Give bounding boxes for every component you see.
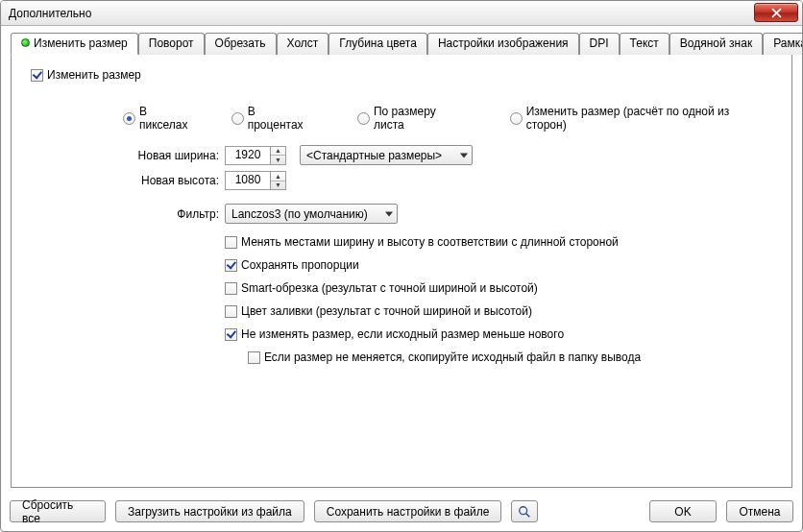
tab-text[interactable]: Текст xyxy=(620,33,669,55)
save-label: Сохранить настройки в файле xyxy=(327,505,490,519)
close-button[interactable] xyxy=(754,3,798,22)
tab-resize[interactable]: Изменить размер xyxy=(11,33,138,55)
opt-noupscale-row[interactable]: Не изменять размер, если исходный размер… xyxy=(225,327,772,341)
tab-label: Обрезать xyxy=(215,36,266,50)
size-form: Новая ширина: 1920 ▲▼ <Стандартные разме… xyxy=(123,145,772,224)
height-spinner[interactable]: ▲▼ xyxy=(271,171,286,190)
tab-label: Изменить размер xyxy=(34,36,128,50)
tab-rotate[interactable]: Поворот xyxy=(138,33,205,55)
opt-aspect-checkbox[interactable] xyxy=(225,259,237,272)
mode-byside-row[interactable]: Изменить размер (расчёт по одной из стор… xyxy=(510,105,745,132)
tab-crop[interactable]: Обрезать xyxy=(205,33,277,55)
std-sizes-value: <Стандартные размеры> xyxy=(306,149,442,162)
mode-pixels-radio[interactable] xyxy=(123,112,135,125)
magnifier-icon xyxy=(518,505,531,519)
active-indicator-icon xyxy=(21,38,30,47)
mode-page-row[interactable]: По размеру листа xyxy=(357,105,458,132)
tab-label: Холст xyxy=(287,36,319,50)
tab-pane-resize: Изменить размер В пикселах В процентах П… xyxy=(11,54,792,488)
opt-smartcrop-label: Smart-обрезка (результат с точной ширино… xyxy=(241,281,538,295)
opt-fillcolor-checkbox[interactable] xyxy=(225,305,237,318)
width-row: Новая ширина: 1920 ▲▼ <Стандартные разме… xyxy=(123,145,772,165)
opt-aspect-label: Сохранять пропорции xyxy=(241,258,359,272)
tab-label: Водяной знак xyxy=(680,36,752,50)
height-row: Новая высота: 1080 ▲▼ xyxy=(123,171,772,190)
opt-aspect-row[interactable]: Сохранять пропорции xyxy=(225,258,772,272)
opt-smartcrop-checkbox[interactable] xyxy=(225,282,237,295)
opt-noupscale-checkbox[interactable] xyxy=(225,328,237,341)
enable-resize-label: Изменить размер xyxy=(47,68,141,82)
load-label: Загрузить настройки из файла xyxy=(128,505,292,519)
mode-page-radio[interactable] xyxy=(357,112,370,125)
save-button[interactable]: Сохранить настройки в файле xyxy=(314,500,502,522)
mode-byside-radio[interactable] xyxy=(510,112,523,125)
filter-label: Фильтр: xyxy=(123,207,219,221)
tab-label: DPI xyxy=(590,36,609,50)
window-title: Дополнительно xyxy=(9,7,91,20)
spin-down-icon[interactable]: ▼ xyxy=(271,156,285,164)
cancel-label: Отмена xyxy=(739,505,780,519)
preview-button[interactable] xyxy=(511,500,538,522)
options-list: Менять местами ширину и высоту в соответ… xyxy=(225,235,772,364)
svg-line-1 xyxy=(526,513,530,517)
spin-up-icon[interactable]: ▲ xyxy=(271,172,285,181)
footer: Сбросить все Загрузить настройки из файл… xyxy=(10,500,793,522)
filter-dropdown[interactable]: Lanczos3 (по умолчанию) xyxy=(225,204,398,224)
tab-watermark[interactable]: Водяной знак xyxy=(669,33,763,55)
opt-fillcolor-row[interactable]: Цвет заливки (результат с точной шириной… xyxy=(225,304,772,318)
chevron-down-icon xyxy=(385,211,393,216)
svg-point-0 xyxy=(520,506,527,514)
tab-imagesettings[interactable]: Настройки изображения xyxy=(427,33,579,55)
mode-byside-label: Изменить размер (расчёт по одной из стор… xyxy=(526,105,745,132)
opt-swap-label: Менять местами ширину и высоту в соответ… xyxy=(241,235,619,249)
mode-percent-row[interactable]: В процентах xyxy=(231,105,305,132)
tab-dpi[interactable]: DPI xyxy=(579,33,620,55)
opt-copyorig-checkbox[interactable] xyxy=(248,351,260,364)
mode-page-label: По размеру листа xyxy=(374,105,458,132)
width-spinner[interactable]: ▲▼ xyxy=(271,146,286,165)
titlebar: Дополнительно xyxy=(1,1,802,26)
cancel-button[interactable]: Отмена xyxy=(726,500,793,522)
content: Изменить размер Поворот Обрезать Холст Г… xyxy=(1,26,802,488)
filter-row: Фильтр: Lanczos3 (по умолчанию) xyxy=(123,204,772,224)
mode-pixels-label: В пикселах xyxy=(139,105,191,132)
reset-button[interactable]: Сбросить все xyxy=(10,500,106,522)
std-sizes-dropdown[interactable]: <Стандартные размеры> xyxy=(300,145,473,165)
opt-smartcrop-row[interactable]: Smart-обрезка (результат с точной ширино… xyxy=(225,281,772,295)
ok-label: OK xyxy=(674,505,691,519)
ok-button[interactable]: OK xyxy=(649,500,717,522)
filter-value: Lanczos3 (по умолчанию) xyxy=(231,207,368,221)
height-label: Новая высота: xyxy=(123,174,219,187)
reset-label: Сбросить все xyxy=(22,498,93,525)
opt-swap-checkbox[interactable] xyxy=(225,236,237,249)
opt-swap-row[interactable]: Менять местами ширину и высоту в соответ… xyxy=(225,235,772,249)
load-button[interactable]: Загрузить настройки из файла xyxy=(115,500,304,522)
mode-pixels-row[interactable]: В пикселах xyxy=(123,105,191,132)
width-label: Новая ширина: xyxy=(123,149,219,162)
tab-label: Настройки изображения xyxy=(438,36,569,50)
resize-mode-radios: В пикселах В процентах По размеру листа … xyxy=(123,105,772,132)
opt-fillcolor-label: Цвет заливки (результат с точной шириной… xyxy=(241,304,532,318)
mode-percent-radio[interactable] xyxy=(231,112,244,125)
tab-colordepth[interactable]: Глубина цвета xyxy=(328,33,427,55)
tab-label: Рамка xyxy=(773,36,803,50)
enable-resize-checkbox[interactable] xyxy=(31,69,43,82)
mode-percent-label: В процентах xyxy=(248,105,305,132)
close-icon xyxy=(771,8,782,18)
tab-canvas[interactable]: Холст xyxy=(277,33,329,55)
opt-copyorig-row[interactable]: Если размер не меняется, скопируйте исхо… xyxy=(248,351,772,364)
opt-noupscale-label: Не изменять размер, если исходный размер… xyxy=(241,327,564,341)
tab-label: Поворот xyxy=(149,36,194,50)
enable-resize-row: Изменить размер xyxy=(31,68,772,82)
width-input[interactable]: 1920 xyxy=(225,146,271,165)
chevron-down-icon xyxy=(460,153,468,157)
opt-copyorig-label: Если размер не меняется, скопируйте исхо… xyxy=(264,351,641,364)
spin-down-icon[interactable]: ▼ xyxy=(271,181,285,190)
tab-bar: Изменить размер Поворот Обрезать Холст Г… xyxy=(11,32,792,54)
height-input[interactable]: 1080 xyxy=(225,171,271,190)
tab-frame[interactable]: Рамка xyxy=(763,33,803,55)
tab-label: Глубина цвета xyxy=(339,36,417,50)
spin-up-icon[interactable]: ▲ xyxy=(271,147,285,157)
tab-label: Текст xyxy=(630,36,659,50)
